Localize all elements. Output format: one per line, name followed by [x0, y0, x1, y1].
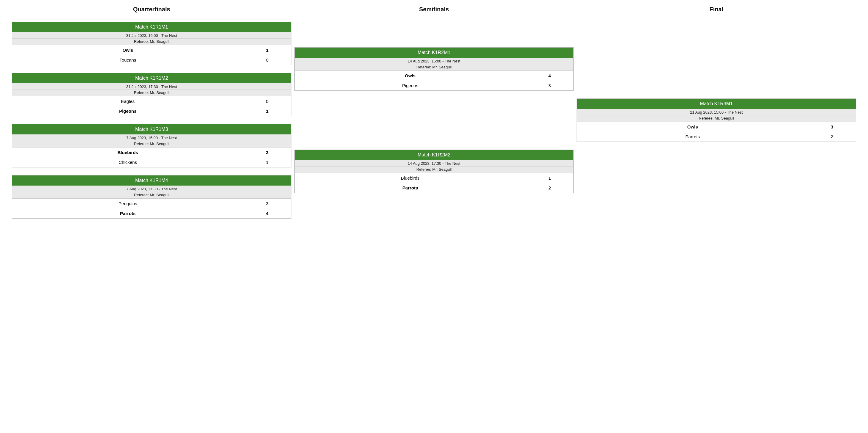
match-header: Match K1R1M2 [12, 73, 291, 83]
team-name: Bluebirds [295, 175, 526, 180]
referee-name: Mr. Seagull [432, 167, 452, 172]
match-datetime-place: 21 Aug 2023, 15:00 - The Nest [577, 109, 856, 115]
team-row: Toucans0 [12, 55, 291, 65]
team-score: 3 [808, 124, 856, 129]
team-name: Owls [577, 124, 808, 129]
referee-prefix: Referee: [134, 91, 150, 95]
match-card[interactable]: Match K1R1M47 Aug 2023, 17:30 - The Nest… [12, 175, 291, 219]
match-meta: 7 Aug 2023, 17:30 - The NestReferee: Mr.… [12, 186, 291, 199]
team-name: Pigeons [12, 108, 244, 113]
referee-name: Mr. Seagull [150, 39, 169, 44]
match-datetime-place: 7 Aug 2023, 17:30 - The Nest [12, 186, 291, 192]
match-id: K1R1M1 [149, 24, 168, 29]
team-score: 2 [808, 134, 856, 139]
team-score: 4 [244, 211, 291, 216]
match-referee: Referee: Mr. Seagull [295, 64, 574, 70]
match-card[interactable]: Match K1R3M121 Aug 2023, 15:00 - The Nes… [577, 98, 856, 142]
referee-name: Mr. Seagull [150, 193, 169, 197]
bracket-column: SemifinalsMatch K1R2M114 Aug 2023, 15:00… [294, 6, 574, 219]
match-card[interactable]: Match K1R1M131 Jul 2023, 15:00 - The Nes… [12, 22, 291, 65]
match-label-prefix: Match [135, 24, 149, 29]
match-referee: Referee: Mr. Seagull [12, 192, 291, 198]
match-header: Match K1R1M1 [12, 22, 291, 32]
team-row: Parrots2 [295, 183, 574, 193]
referee-name: Mr. Seagull [715, 116, 734, 121]
match-datetime-place: 14 Aug 2023, 17:30 - The Nest [295, 160, 574, 167]
team-row: Owls3 [577, 122, 856, 132]
match-label-prefix: Match [135, 127, 149, 132]
match-id: K1R2M2 [432, 152, 451, 157]
team-name: Toucans [12, 57, 244, 62]
team-name: Penguins [12, 201, 244, 206]
team-row: Penguins3 [12, 199, 291, 208]
referee-name: Mr. Seagull [150, 141, 169, 146]
referee-prefix: Referee: [134, 39, 150, 44]
team-row: Parrots4 [12, 208, 291, 218]
team-name: Chickens [12, 160, 244, 165]
team-row: Eagles0 [12, 96, 291, 106]
match-referee: Referee: Mr. Seagull [295, 167, 574, 173]
team-score: 4 [526, 73, 573, 78]
referee-prefix: Referee: [416, 65, 432, 69]
match-card[interactable]: Match K1R2M114 Aug 2023, 15:00 - The Nes… [294, 47, 574, 91]
column-title: Final [577, 6, 856, 13]
match-referee: Referee: Mr. Seagull [12, 141, 291, 147]
team-row: Chickens1 [12, 157, 291, 167]
team-score: 1 [244, 108, 291, 113]
match-datetime-place: 31 Jul 2023, 17:30 - The Nest [12, 83, 291, 90]
referee-prefix: Referee: [416, 167, 432, 172]
match-meta: 7 Aug 2023, 15:00 - The NestReferee: Mr.… [12, 134, 291, 147]
matches-list: Match K1R2M114 Aug 2023, 15:00 - The Nes… [294, 22, 574, 219]
match-datetime-place: 31 Jul 2023, 15:00 - The Nest [12, 32, 291, 39]
referee-prefix: Referee: [699, 116, 714, 121]
team-score: 3 [526, 83, 573, 88]
referee-name: Mr. Seagull [432, 65, 452, 69]
column-title: Semifinals [294, 6, 574, 13]
bracket-column: FinalMatch K1R3M121 Aug 2023, 15:00 - Th… [577, 6, 856, 219]
team-row: Owls4 [295, 71, 574, 80]
bracket-column: QuarterfinalsMatch K1R1M131 Jul 2023, 15… [12, 6, 291, 219]
matches-list: Match K1R1M131 Jul 2023, 15:00 - The Nes… [12, 22, 291, 219]
match-meta: 31 Jul 2023, 17:30 - The NestReferee: Mr… [12, 83, 291, 96]
referee-prefix: Referee: [134, 193, 150, 197]
team-name: Pigeons [295, 83, 526, 88]
referee-prefix: Referee: [134, 141, 150, 146]
match-referee: Referee: Mr. Seagull [577, 115, 856, 122]
match-label-prefix: Match [700, 101, 714, 106]
match-meta: 31 Jul 2023, 15:00 - The NestReferee: Mr… [12, 32, 291, 45]
team-row: Owls1 [12, 45, 291, 55]
match-header: Match K1R2M2 [295, 150, 574, 160]
match-referee: Referee: Mr. Seagull [12, 39, 291, 45]
team-row: Parrots2 [577, 132, 856, 141]
team-score: 0 [244, 99, 291, 104]
matches-list: Match K1R3M121 Aug 2023, 15:00 - The Nes… [577, 22, 856, 219]
match-id: K1R1M3 [149, 127, 168, 132]
match-label-prefix: Match [417, 50, 432, 55]
match-meta: 21 Aug 2023, 15:00 - The NestReferee: Mr… [577, 109, 856, 122]
match-referee: Referee: Mr. Seagull [12, 90, 291, 96]
match-label-prefix: Match [417, 152, 432, 157]
match-datetime-place: 14 Aug 2023, 15:00 - The Nest [295, 58, 574, 64]
match-card[interactable]: Match K1R1M231 Jul 2023, 17:30 - The Nes… [12, 73, 291, 116]
match-card[interactable]: Match K1R1M37 Aug 2023, 15:00 - The Nest… [12, 124, 291, 167]
team-row: Bluebirds1 [295, 173, 574, 183]
match-card[interactable]: Match K1R2M214 Aug 2023, 17:30 - The Nes… [294, 149, 574, 193]
team-name: Bluebirds [12, 150, 244, 155]
match-id: K1R1M2 [149, 75, 168, 80]
match-header: Match K1R1M4 [12, 175, 291, 186]
referee-name: Mr. Seagull [150, 91, 169, 95]
team-row: Pigeons1 [12, 106, 291, 116]
match-meta: 14 Aug 2023, 17:30 - The NestReferee: Mr… [295, 160, 574, 173]
column-title: Quarterfinals [12, 6, 291, 13]
match-id: K1R1M4 [149, 178, 168, 183]
match-meta: 14 Aug 2023, 15:00 - The NestReferee: Mr… [295, 58, 574, 71]
team-score: 1 [526, 175, 573, 180]
match-datetime-place: 7 Aug 2023, 15:00 - The Nest [12, 134, 291, 141]
team-score: 2 [244, 150, 291, 155]
team-row: Pigeons3 [295, 80, 574, 91]
team-score: 1 [244, 47, 291, 53]
team-score: 1 [244, 160, 291, 165]
team-name: Owls [12, 47, 244, 53]
team-name: Owls [295, 73, 526, 78]
match-header: Match K1R1M3 [12, 124, 291, 134]
